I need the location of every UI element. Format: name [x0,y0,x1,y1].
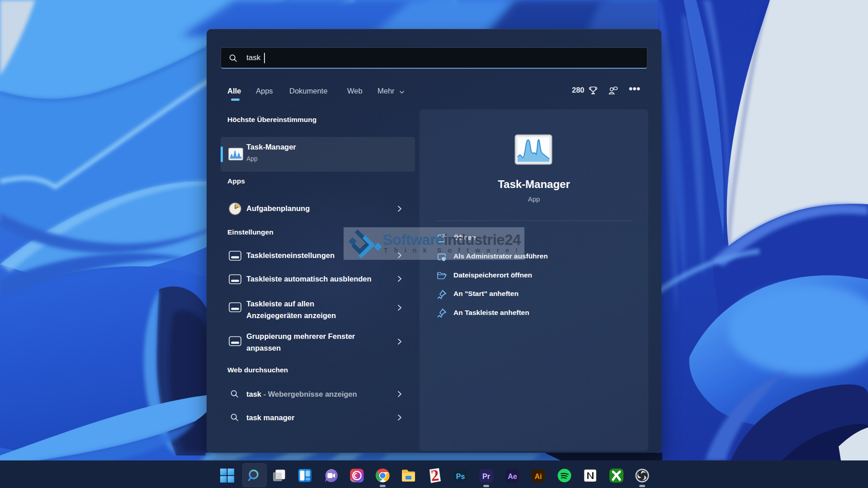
svg-text:Ps: Ps [456,473,465,480]
svg-text:Ae: Ae [508,473,517,480]
svg-text:Ai: Ai [535,473,542,480]
svg-text:Pr: Pr [482,473,490,480]
